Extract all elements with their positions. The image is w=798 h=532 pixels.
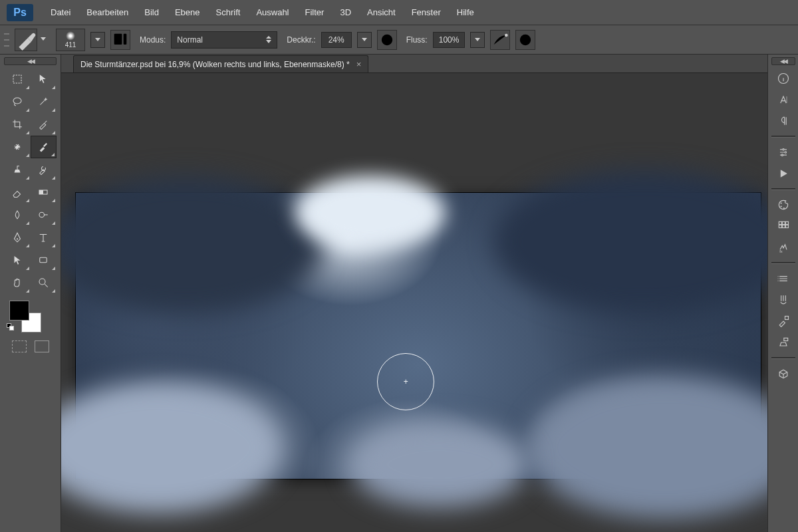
panel-brushes-icon[interactable] xyxy=(771,289,795,311)
menu-datei[interactable]: Datei xyxy=(43,1,78,24)
svg-rect-27 xyxy=(782,225,785,227)
brush-preset-picker[interactable]: 411 xyxy=(56,29,85,51)
flow-input[interactable]: 100% xyxy=(433,32,466,48)
tool-clone-stamp[interactable] xyxy=(4,158,31,181)
tool-marquee[interactable] xyxy=(4,68,31,90)
tool-zoom[interactable] xyxy=(31,271,57,294)
menu-bearbeiten[interactable]: Bearbeiten xyxy=(78,1,136,24)
menu-hilfe[interactable]: Hilfe xyxy=(449,1,482,24)
canvas-viewport[interactable] xyxy=(61,73,767,532)
pressure-opacity-toggle[interactable] xyxy=(377,30,397,50)
svg-rect-24 xyxy=(782,221,785,224)
tools-grid xyxy=(4,68,57,294)
menu-ebene[interactable]: Ebene xyxy=(167,1,208,24)
foreground-swatch[interactable] xyxy=(9,301,29,321)
menu-ansicht[interactable]: Ansicht xyxy=(359,1,404,24)
opacity-drop[interactable] xyxy=(357,32,372,48)
flow-drop[interactable] xyxy=(470,32,485,48)
svg-text:fx: fx xyxy=(779,249,783,253)
svg-point-15 xyxy=(39,279,45,285)
menu-filter[interactable]: Filter xyxy=(297,1,332,24)
panel-paragraph-icon[interactable] xyxy=(771,110,795,132)
chevron-up-icon xyxy=(266,36,271,39)
tool-hand[interactable] xyxy=(4,271,31,294)
panel-swatches-icon[interactable] xyxy=(771,215,795,237)
tool-preset-picker[interactable] xyxy=(15,29,37,51)
panel-color-icon[interactable] xyxy=(771,194,795,215)
svg-point-2 xyxy=(382,34,392,45)
document-tabbar: Die Sturmtänzer.psd bei 16,9% (Wolken re… xyxy=(61,55,767,73)
chevron-down-icon xyxy=(266,40,271,43)
menu-3d[interactable]: 3D xyxy=(332,1,359,24)
quickmask-toggle[interactable] xyxy=(12,340,27,352)
blend-mode-value: Normal xyxy=(177,35,203,45)
panel-clone-source-icon[interactable] xyxy=(771,332,795,353)
tool-brush[interactable] xyxy=(31,136,57,158)
flow-label: Fluss: xyxy=(406,35,428,45)
svg-rect-6 xyxy=(13,75,21,83)
options-bar: 411 Modus: Normal Deckkr.: 24% Fluss: 10… xyxy=(0,25,798,55)
tool-spot-heal[interactable] xyxy=(4,136,31,158)
panel-character-icon[interactable] xyxy=(771,89,795,110)
panel-styles-icon[interactable]: fx xyxy=(771,237,795,258)
tool-eraser[interactable] xyxy=(4,181,31,203)
right-dock-collapse[interactable]: ◀◀ xyxy=(771,57,795,65)
menu-fenster[interactable]: Fenster xyxy=(404,1,449,24)
tool-eyedropper[interactable] xyxy=(31,113,57,136)
svg-rect-0 xyxy=(114,33,122,44)
tool-gradient[interactable] xyxy=(31,181,57,203)
menu-bild[interactable]: Bild xyxy=(136,1,167,24)
chevron-down-icon xyxy=(95,38,100,41)
brush-panel-toggle[interactable] xyxy=(110,30,130,50)
default-colors-button[interactable] xyxy=(7,323,16,332)
tool-move[interactable] xyxy=(31,68,57,90)
chevron-down-icon xyxy=(362,38,367,41)
tool-pen[interactable] xyxy=(4,226,31,249)
tool-history-brush[interactable] xyxy=(31,158,57,181)
menu-schrift[interactable]: Schrift xyxy=(208,1,249,24)
menu-auswahl[interactable]: Auswahl xyxy=(248,1,297,24)
tool-lasso[interactable] xyxy=(4,90,31,113)
airbrush-toggle[interactable] xyxy=(490,30,510,50)
svg-rect-1 xyxy=(124,33,127,44)
panel-info-icon[interactable] xyxy=(771,68,795,89)
tool-crop[interactable] xyxy=(4,113,31,136)
modus-label: Modus: xyxy=(140,35,166,45)
close-icon[interactable]: × xyxy=(356,59,362,69)
brush-preset-drop[interactable] xyxy=(90,32,105,48)
panel-actions-icon[interactable] xyxy=(771,163,795,184)
blend-mode-select[interactable]: Normal xyxy=(171,31,277,49)
svg-point-3 xyxy=(505,33,508,37)
svg-point-22 xyxy=(783,207,784,209)
svg-rect-31 xyxy=(783,338,787,340)
main-area: ◀◀ xyxy=(0,55,798,532)
document-tab[interactable]: Die Sturmtänzer.psd bei 16,9% (Wolken re… xyxy=(73,55,368,72)
tool-dodge[interactable] xyxy=(31,203,57,226)
panel-adjustments-icon[interactable] xyxy=(771,142,795,163)
svg-point-5 xyxy=(523,37,528,42)
svg-point-7 xyxy=(13,98,21,104)
canvas[interactable] xyxy=(76,193,761,479)
screenmode-toggle[interactable] xyxy=(35,340,49,352)
svg-point-21 xyxy=(780,205,781,207)
tool-magic-wand[interactable] xyxy=(31,90,57,113)
svg-point-17 xyxy=(782,149,784,151)
panel-history-icon[interactable] xyxy=(771,268,795,289)
panel-separator xyxy=(771,188,795,190)
panel-separator xyxy=(771,136,795,138)
tool-shape[interactable] xyxy=(31,249,57,271)
pressure-size-toggle[interactable] xyxy=(515,30,535,50)
tool-type[interactable] xyxy=(31,226,57,249)
tools-collapse[interactable]: ◀◀ xyxy=(4,57,57,65)
tool-path-select[interactable] xyxy=(4,249,31,271)
brush-size-value: 411 xyxy=(65,41,76,49)
panel-3d-icon[interactable] xyxy=(771,363,795,384)
panel-separator xyxy=(771,262,795,264)
svg-point-13 xyxy=(17,238,18,239)
tool-blur[interactable] xyxy=(4,203,31,226)
opacity-value: 24% xyxy=(329,35,344,45)
color-swatches xyxy=(4,298,57,338)
panel-brush-presets-icon[interactable] xyxy=(771,311,795,332)
options-grip[interactable] xyxy=(4,31,9,49)
opacity-input[interactable]: 24% xyxy=(321,32,352,48)
